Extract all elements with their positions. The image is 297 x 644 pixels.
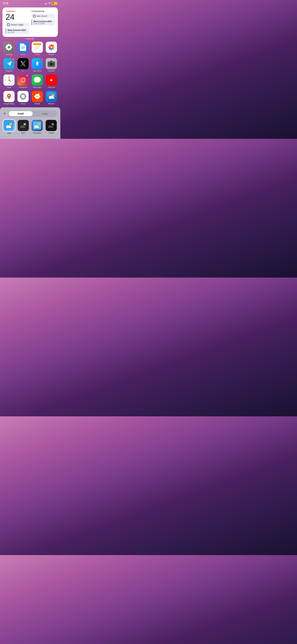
cal-meta-tomorrow-time: Ends 12:15AM xyxy=(33,22,52,24)
messages-app-icon xyxy=(32,74,43,86)
app-item-instagram[interactable]: 10 Instagram xyxy=(17,74,30,88)
calendar-widget[interactable]: TUESDAY 24 Western Digital Meta Connect … xyxy=(2,8,58,37)
weather-label: Weather xyxy=(48,103,55,105)
cal-today: TUESDAY 24 Western Digital Meta Connect … xyxy=(5,10,29,34)
svg-rect-10 xyxy=(33,43,41,45)
style-item-dark[interactable]: Dark xyxy=(17,120,29,134)
svg-point-86 xyxy=(23,123,26,126)
app-item-gmaps[interactable]: Google Maps xyxy=(2,91,15,105)
svg-text:3: 3 xyxy=(11,80,12,81)
docs-label: Docs xyxy=(21,54,25,56)
app-item-docs[interactable]: Docs xyxy=(17,42,30,56)
cal-tomorrow-label: TOMORROW xyxy=(31,10,55,12)
photos-label: Photos xyxy=(48,54,54,56)
svg-point-42 xyxy=(9,80,9,80)
svg-rect-1 xyxy=(8,24,8,24)
app-item-reddit[interactable]: Reddit xyxy=(31,91,44,105)
svg-text:12: 12 xyxy=(9,77,10,78)
cal-tomorrow: TOMORROW Marc Benioff Meta Connect 2024 … xyxy=(31,10,55,34)
appstore-badge: 6 xyxy=(40,58,43,60)
svg-rect-11 xyxy=(34,46,40,46)
appstore-label: App Store xyxy=(33,70,41,72)
settings-app-icon: 5 xyxy=(3,42,14,53)
svg-point-60 xyxy=(25,94,25,95)
cal-meta-tomorrow-title: Meta Connect 2024 xyxy=(33,20,52,22)
cal-marc-icon xyxy=(33,15,36,18)
camera-app-icon xyxy=(46,58,57,69)
svg-point-72 xyxy=(39,96,40,97)
style-item-auto[interactable]: Automatic xyxy=(31,120,43,134)
reddit-app-icon xyxy=(32,91,43,102)
cal-event-meta-tomorrow: Meta Connect 2024 Ends 12:15AM xyxy=(31,19,55,26)
vsco-label: VSCO xyxy=(20,103,26,105)
svg-point-58 xyxy=(23,99,23,100)
app-item-x[interactable]: X xyxy=(17,58,30,72)
svg-rect-84 xyxy=(6,127,11,128)
app-item-notes[interactable]: Notes xyxy=(31,42,44,56)
battery-charging-icon: ⚡ xyxy=(54,2,56,4)
youtube-label: YouTube xyxy=(48,86,55,88)
gmaps-app-icon xyxy=(3,91,14,102)
cal-event-meta-today: Meta Connect 2024 11:15PM xyxy=(5,28,29,34)
status-icons: 61 ⚡ xyxy=(44,2,57,5)
svg-point-98 xyxy=(51,123,54,126)
style-auto-icon xyxy=(31,120,43,131)
app-item-camera[interactable]: Camera xyxy=(45,58,58,72)
cal-meta-today-title: Meta Connect 2024 xyxy=(7,29,26,31)
size-large-button[interactable]: Large xyxy=(33,111,57,116)
battery-icon: 61 ⚡ xyxy=(51,2,57,5)
svg-point-29 xyxy=(52,62,53,63)
clock-label: Clock xyxy=(7,86,11,88)
app-item-youtube[interactable]: YouTube xyxy=(45,74,58,88)
app-item-vsco[interactable]: VSCO xyxy=(17,91,30,105)
cal-western-title: Western Digital xyxy=(11,24,23,26)
cal-event-icon xyxy=(7,24,10,26)
svg-rect-78 xyxy=(49,98,54,99)
svg-point-92 xyxy=(37,123,40,126)
svg-point-61 xyxy=(25,98,25,99)
svg-rect-2 xyxy=(9,24,9,24)
style-item-tinted[interactable]: Tinted xyxy=(45,120,57,134)
svg-point-59 xyxy=(20,96,20,97)
svg-point-28 xyxy=(51,64,52,65)
svg-rect-7 xyxy=(21,48,25,48)
app-item-telegram[interactable]: 34 Telegram xyxy=(2,58,15,72)
appstore-app-icon: 6 xyxy=(32,58,43,69)
app-item-photos[interactable]: Photos xyxy=(45,42,58,56)
svg-text:6: 6 xyxy=(9,82,9,84)
svg-rect-0 xyxy=(8,24,9,26)
svg-point-49 xyxy=(8,95,10,96)
svg-point-70 xyxy=(38,96,38,96)
style-item-light[interactable]: Light xyxy=(3,120,15,134)
app-item-settings[interactable]: 5 Settings xyxy=(2,42,15,56)
style-tinted-icon xyxy=(46,120,57,131)
app-item-clock[interactable]: 12 3 6 9 Clock xyxy=(2,74,15,88)
size-small-button[interactable]: Small xyxy=(9,111,33,116)
svg-point-56 xyxy=(23,94,23,94)
app-item-weather[interactable]: Weather xyxy=(45,91,58,105)
customize-panel: ☀ Small Large xyxy=(0,107,60,139)
telegram-label: Telegram xyxy=(5,70,13,72)
svg-rect-3 xyxy=(33,16,35,17)
photos-app-icon xyxy=(46,42,57,53)
youtube-app-icon xyxy=(46,74,57,86)
gmaps-label: Google Maps xyxy=(3,103,14,105)
app-item-appstore[interactable]: 6 App Store xyxy=(31,58,44,72)
size-toggle[interactable]: Small Large xyxy=(8,110,57,117)
x-app-icon xyxy=(17,58,29,69)
style-grid: Light Dark xyxy=(3,120,57,134)
svg-point-45 xyxy=(24,78,25,79)
svg-rect-5 xyxy=(35,15,35,16)
style-tinted-label: Tinted xyxy=(48,132,54,134)
svg-rect-8 xyxy=(21,48,24,49)
svg-point-71 xyxy=(34,96,35,97)
cal-date: 24 xyxy=(5,13,29,21)
svg-point-62 xyxy=(21,98,21,99)
cal-event-western: Western Digital xyxy=(5,22,29,27)
app-item-messages[interactable]: Messages xyxy=(31,74,44,88)
svg-point-44 xyxy=(22,79,24,81)
cal-event-marc: Marc Benioff xyxy=(31,14,55,18)
weather-app-icon xyxy=(46,91,57,102)
style-dark-icon xyxy=(18,120,29,131)
reddit-label: Reddit xyxy=(34,103,40,105)
